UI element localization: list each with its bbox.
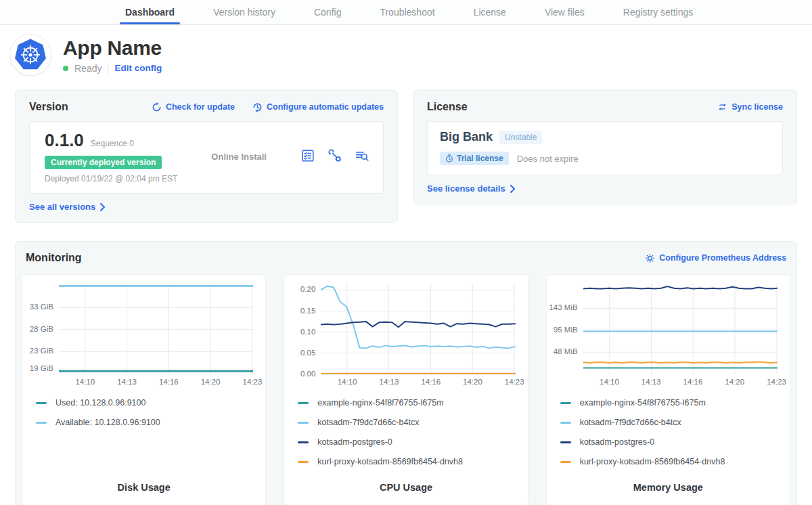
legend-label: kotsadm-postgres-0: [317, 437, 392, 447]
schedule-clock-icon: [252, 102, 263, 112]
tab-config[interactable]: Config: [314, 0, 341, 24]
legend-label: kurl-proxy-kotsadm-8569fb6454-dnvh8: [317, 457, 463, 466]
view-logs-icon[interactable]: [355, 148, 369, 166]
plot-area: 0.200.150.100.050.00: [284, 284, 515, 374]
legend-swatch-icon: [560, 402, 571, 404]
configure-prometheus-label: Configure Prometheus Address: [659, 253, 786, 263]
chart-card-memory-usage: 143 MiB95 MiB48 MiB14:1014:1314:1614:201…: [546, 274, 790, 505]
sync-license-link[interactable]: Sync license: [717, 102, 783, 112]
app-status: Ready: [74, 63, 102, 74]
nav-tabs: DashboardVersion historyConfigTroublesho…: [125, 0, 812, 24]
configure-prometheus-link[interactable]: Configure Prometheus Address: [645, 253, 786, 263]
tab-troubleshoot[interactable]: Troubleshoot: [380, 0, 434, 24]
y-axis: 143 MiB95 MiB48 MiB: [547, 284, 583, 374]
x-axis-label: 14:16: [683, 378, 703, 386]
plot: [59, 284, 253, 374]
license-card-title: License: [427, 101, 468, 113]
configure-auto-updates-link[interactable]: Configure automatic updates: [252, 102, 384, 112]
chart-title: CPU Usage: [284, 477, 527, 493]
charts-row: 33 GiB28 GiB23 GiB19 GiB14:1014:1314:161…: [22, 274, 790, 505]
legend-label: Available: 10.128.0.96:9100: [55, 418, 160, 427]
x-axis-label: 14:23: [243, 378, 263, 386]
x-axis-label: 14:16: [159, 378, 179, 386]
monitoring-header: Monitoring Configure Prometheus Address: [22, 250, 790, 266]
see-license-details-link[interactable]: See license details: [427, 183, 516, 194]
tab-view-files[interactable]: View files: [545, 0, 585, 24]
legend-item: kotsadm-postgres-0: [298, 437, 527, 447]
license-card: License Sync license Big Bank Unstable: [413, 90, 797, 204]
legend-label: kurl-proxy-kotsadm-8569fb6454-dnvh8: [580, 457, 725, 466]
x-axis-label: 14:16: [421, 378, 441, 386]
x-axis: 14:1014:1314:1614:2014:23: [583, 378, 777, 390]
dashboard-main: Version Check for update: [0, 90, 812, 505]
see-license-details-label: See license details: [427, 183, 505, 194]
check-for-update-label: Check for update: [166, 102, 235, 112]
app-status-row: Ready Edit config: [63, 63, 162, 74]
license-meta-row: Trial license Does not expire: [440, 152, 770, 165]
legend-label: kotsadm-postgres-0: [580, 437, 654, 447]
chart-card-disk-usage: 33 GiB28 GiB23 GiB19 GiB14:1014:1314:161…: [22, 274, 266, 505]
version-card-title: Version: [29, 101, 68, 113]
legend-item: kotsadm-7f9dc7d66c-b4tcx: [298, 418, 527, 427]
legend-item: kotsadm-7f9dc7d66c-b4tcx: [560, 418, 790, 427]
top-nav: DashboardVersion historyConfigTroublesho…: [0, 0, 812, 25]
tab-registry-settings[interactable]: Registry settings: [623, 0, 693, 24]
y-axis-label: 23 GiB: [30, 347, 53, 355]
version-line: 0.1.0 Sequence 0: [45, 130, 177, 151]
check-for-update-link[interactable]: Check for update: [152, 102, 235, 112]
tab-version-history[interactable]: Version history: [213, 0, 275, 24]
edit-config-link[interactable]: Edit config: [114, 63, 162, 73]
app-title: App Name: [63, 37, 162, 60]
y-axis-label: 48 MiB: [554, 347, 578, 355]
x-axis-label: 14:13: [117, 378, 137, 386]
y-axis-label: 28 GiB: [30, 325, 53, 333]
config-wrench-icon[interactable]: [328, 148, 342, 166]
legend-swatch-icon: [560, 422, 571, 424]
sync-icon: [717, 102, 727, 112]
install-type-label: Online Install: [177, 152, 300, 162]
series-line-kotsadm-7f9dc7d66c-b4tcx: [321, 286, 515, 349]
legend-swatch-icon: [560, 461, 571, 463]
legend-item: example-nginx-54f8f76755-l675m: [298, 398, 527, 408]
x-axis-label: 14:10: [600, 378, 619, 386]
chart-plot: [583, 284, 777, 374]
legend-item: Available: 10.128.0.96:9100: [36, 418, 265, 427]
y-axis-label: 0.15: [300, 307, 315, 315]
x-axis-label: 14:13: [641, 378, 661, 386]
tab-dashboard[interactable]: Dashboard: [125, 0, 175, 24]
x-axis-label: 14:23: [505, 378, 524, 386]
trial-license-label: Trial license: [457, 154, 503, 163]
plot-area: 33 GiB28 GiB23 GiB19 GiB: [22, 284, 253, 374]
y-axis: 33 GiB28 GiB23 GiB19 GiB: [22, 284, 59, 374]
customer-name: Big Bank: [440, 130, 493, 144]
app-header: App Name Ready Edit config: [0, 25, 812, 76]
y-axis-label: 0.10: [300, 328, 315, 336]
license-details-card: Big Bank Unstable Trial license Does not…: [427, 121, 783, 175]
legend-label: Used: 10.128.0.96:9100: [55, 398, 145, 408]
x-axis-label: 14:20: [201, 378, 221, 386]
plot-area: 143 MiB95 MiB48 MiB: [547, 284, 777, 374]
chevron-right-icon: [99, 203, 106, 211]
chart-title: Memory Usage: [547, 477, 790, 493]
legend-swatch-icon: [560, 441, 571, 443]
legend-swatch-icon: [36, 402, 47, 404]
y-axis-label: 19 GiB: [30, 364, 53, 372]
chevron-right-icon: [510, 185, 516, 193]
tab-license[interactable]: License: [474, 0, 506, 24]
stopwatch-icon: [445, 154, 453, 162]
legend-swatch-icon: [36, 422, 47, 424]
see-all-versions-link[interactable]: See all versions: [29, 202, 106, 212]
version-actions: Check for update Configure automatic upd…: [152, 102, 384, 112]
chart-legend: Used: 10.128.0.96:9100Available: 10.128.…: [36, 398, 265, 437]
divider: [108, 63, 108, 74]
y-axis-label: 0.05: [300, 349, 315, 357]
see-all-versions-label: See all versions: [29, 202, 95, 212]
plot: [583, 284, 777, 374]
trial-license-badge: Trial license: [440, 152, 509, 165]
version-action-icons: [300, 148, 369, 166]
app-title-block: App Name Ready Edit config: [63, 37, 162, 74]
legend-item: Used: 10.128.0.96:9100: [36, 398, 265, 408]
version-number: 0.1.0: [45, 130, 84, 151]
x-axis-label: 14:13: [380, 378, 399, 386]
preflight-checks-icon[interactable]: [300, 148, 315, 166]
